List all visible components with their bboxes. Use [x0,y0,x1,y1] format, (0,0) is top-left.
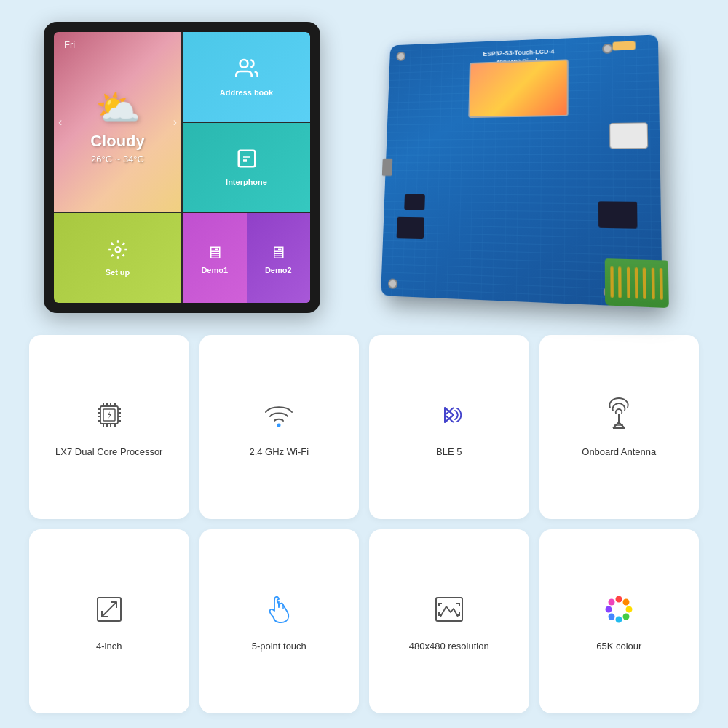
pcb-chip-1 [397,217,424,239]
interphone-tile[interactable]: Interphone [183,123,310,213]
demo2-icon: 🖥 [269,242,287,263]
svg-point-30 [616,596,622,602]
pcb-container: ESP32-S3-Touch-LCD-4 480x480 Pixels [349,22,684,313]
pcb-antenna-module [609,122,648,149]
feature-card-wifi: 2.4 GHz Wi-Fi [199,335,360,519]
bluetooth-icon [430,396,468,439]
resize-icon [90,590,128,633]
pcb-board: ESP32-S3-Touch-LCD-4 480x480 Pixels [381,34,662,307]
setup-icon [108,240,128,265]
address-book-tile[interactable]: Address book [183,32,310,122]
weather-day: Fri [64,39,75,50]
svg-point-0 [240,60,248,68]
pcb-lcd-area [468,59,568,118]
pcb-usb-port [382,159,393,176]
demo2-label: Demo2 [265,266,292,274]
svg-point-37 [609,598,615,605]
demo1-label: Demo1 [201,266,228,274]
address-book-label: Address book [220,88,273,97]
svg-point-36 [606,606,612,612]
cpu-icon [90,396,128,439]
resolution-icon [430,590,468,633]
weather-temp: 26°C ~ 34°C [91,154,144,165]
svg-point-21 [277,423,281,427]
features-grid: LX7 Dual Core Processor 2.4 GHz Wi-Fi [29,335,699,713]
feature-label-4inch: 4-inch [96,641,122,653]
hand-icon [260,590,298,633]
svg-point-32 [626,606,633,612]
svg-rect-1 [238,151,255,167]
feature-label-processor: LX7 Dual Core Processor [55,446,162,459]
feature-label-resolution: 480x480 resolution [409,641,489,653]
top-section: Fri ‹ ⛅ Cloudy 26°C ~ 34°C › Address b [29,22,699,313]
address-book-icon [235,57,258,85]
setup-tile[interactable]: Set up [54,213,181,303]
svg-point-34 [616,616,622,622]
interphone-label: Interphone [226,178,267,186]
nav-left-arrow[interactable]: ‹ [58,116,62,129]
pcb-chip-3 [598,201,638,228]
demo2-tile[interactable]: 🖥 Demo2 [247,213,311,303]
feature-card-antenna: Onboard Antenna [539,335,700,519]
svg-point-31 [623,598,630,605]
svg-point-33 [623,613,630,620]
weather-icon: ⛅ [95,87,141,129]
feature-card-touch: 5-point touch [199,529,360,713]
svg-line-28 [102,602,116,617]
feature-card-ble: BLE 5 [369,335,529,519]
pcb-green-connector [605,258,669,308]
lcd-screen: Fri ‹ ⛅ Cloudy 26°C ~ 34°C › Address b [44,22,320,313]
demo1-icon: 🖥 [206,242,223,263]
feature-card-4inch: 4-inch [29,529,189,713]
feature-card-resolution: 480x480 resolution [369,529,529,713]
feature-label-colour: 65K colour [596,641,641,653]
pcb-connector [613,41,636,51]
antenna-icon [600,396,638,439]
svg-point-35 [609,613,615,620]
weather-tile: Fri ‹ ⛅ Cloudy 26°C ~ 34°C › [54,32,181,212]
interphone-icon [236,148,258,175]
weather-label: Cloudy [90,132,145,151]
feature-card-processor: LX7 Dual Core Processor [29,335,189,519]
setup-label: Set up [106,268,130,277]
colorwheel-icon [600,590,638,633]
demo1-tile[interactable]: 🖥 Demo1 [183,213,247,303]
feature-label-touch: 5-point touch [252,641,306,653]
svg-point-2 [115,248,120,253]
feature-card-colour: 65K colour [539,529,700,713]
feature-label-wifi: 2.4 GHz Wi-Fi [249,446,309,459]
lcd-display: Fri ‹ ⛅ Cloudy 26°C ~ 34°C › Address b [54,32,310,303]
demo-tiles: 🖥 Demo1 🖥 Demo2 [183,213,310,303]
pcb-chip-2 [404,194,425,210]
feature-label-ble: BLE 5 [436,446,462,459]
feature-label-antenna: Onboard Antenna [582,446,656,459]
nav-right-arrow[interactable]: › [173,116,177,129]
wifi-icon [260,396,298,439]
